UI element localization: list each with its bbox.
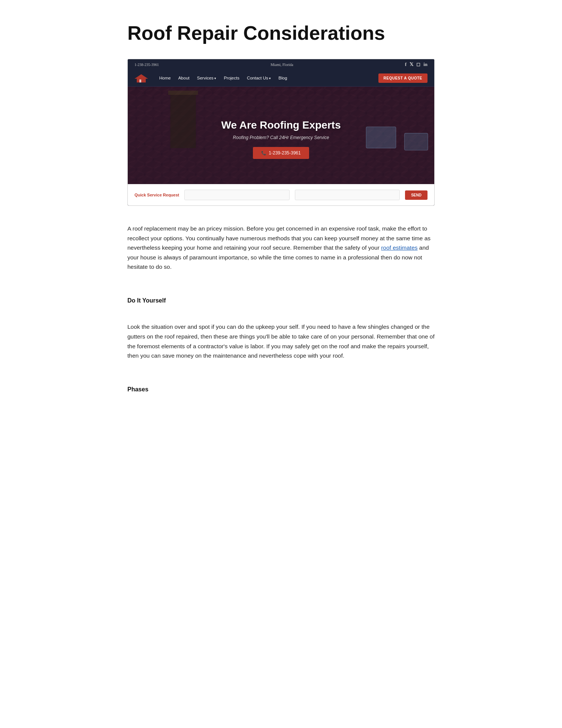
topbar-social-icons: f 𝕏 ◻ in (405, 61, 427, 67)
site-hero: We Are Roofing Experts Roofing Problem? … (128, 87, 434, 184)
logo-icon (135, 73, 148, 83)
website-screenshot: 1-238-235-3961 Miami, Florida f 𝕏 ◻ in H… (127, 59, 435, 206)
spacer-3 (127, 374, 435, 382)
svg-rect-12 (404, 133, 427, 150)
quick-send-button[interactable]: SEND (405, 190, 427, 200)
facebook-icon: f (405, 61, 407, 67)
quick-service-bar: Quick Service Request SEND (128, 184, 434, 205)
quick-service-label: Quick Service Request (135, 193, 179, 197)
article-intro: A roof replacement may be an pricey miss… (127, 224, 435, 272)
nav-cta-button[interactable]: REQUEST A QUOTE (378, 73, 427, 83)
quick-input-2[interactable] (295, 190, 400, 200)
section1-body: Look the situation over and spot if you … (127, 322, 435, 360)
nav-blog[interactable]: Blog (278, 76, 287, 80)
hero-phone-button[interactable]: 1-239-235-3961 (253, 147, 309, 159)
instagram-icon: ◻ (416, 61, 420, 67)
section1-text: Look the situation over and spot if you … (127, 322, 435, 360)
svg-rect-10 (168, 91, 198, 95)
hero-content: We Are Roofing Experts Roofing Problem? … (221, 119, 341, 159)
page-title: Roof Repair Considerations (127, 22, 435, 44)
site-logo (135, 73, 148, 83)
roof-estimates-link[interactable]: roof estimates (381, 244, 417, 251)
site-nav-links: Home About Services Projects Contact Us … (159, 76, 378, 80)
nav-home[interactable]: Home (159, 76, 171, 80)
svg-rect-9 (170, 93, 196, 148)
spacer-2 (127, 315, 435, 322)
hero-title: We Are Roofing Experts (221, 119, 341, 131)
svg-rect-1 (139, 79, 141, 82)
article-body: A roof replacement may be an pricey miss… (127, 224, 435, 394)
site-nav: Home About Services Projects Contact Us … (128, 70, 434, 87)
spacer-1 (127, 285, 435, 293)
topbar-phone: 1-238-235-3961 (135, 63, 159, 67)
section2-heading: Phases (127, 385, 435, 394)
hero-subtitle: Roofing Problem? Call 24Hr Emergency Ser… (221, 135, 341, 140)
section1-heading: Do It Yourself (127, 296, 435, 306)
topbar-location: Miami, Florida (271, 63, 293, 67)
site-topbar: 1-238-235-3961 Miami, Florida f 𝕏 ◻ in (128, 59, 434, 70)
nav-services[interactable]: Services (197, 76, 217, 80)
linkedin-icon: in (423, 61, 427, 67)
quick-input-1[interactable] (184, 190, 289, 200)
nav-about[interactable]: About (178, 76, 190, 80)
nav-projects[interactable]: Projects (224, 76, 239, 80)
twitter-icon: 𝕏 (410, 61, 413, 67)
svg-rect-11 (366, 127, 396, 148)
nav-contact[interactable]: Contact Us (247, 76, 271, 80)
